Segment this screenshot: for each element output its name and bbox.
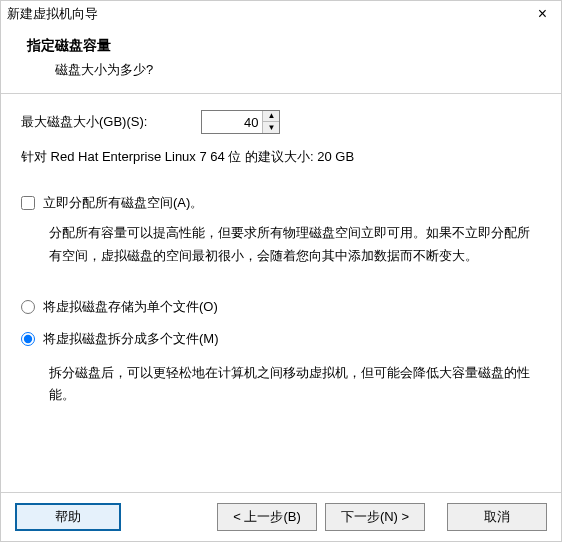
separator [1,93,561,94]
disk-size-label: 最大磁盘大小(GB)(S): [21,113,147,131]
next-button[interactable]: 下一步(N) > [325,503,425,531]
page-subtitle: 磁盘大小为多少? [27,61,535,79]
store-single-label: 将虚拟磁盘存储为单个文件(O) [43,298,218,316]
allocate-now-label: 立即分配所有磁盘空间(A)。 [43,194,203,212]
spinner-up-icon[interactable]: ▲ [263,111,279,122]
window-title: 新建虚拟机向导 [7,5,98,23]
disk-size-input[interactable] [202,111,262,133]
back-button[interactable]: < 上一步(B) [217,503,317,531]
recommended-size-text: 针对 Red Hat Enterprise Linux 7 64 位 的建议大小… [21,148,541,166]
allocate-now-checkbox[interactable] [21,196,35,210]
allocate-description: 分配所有容量可以提高性能，但要求所有物理磁盘空间立即可用。如果不立即分配所有空间… [21,222,541,268]
store-split-radio[interactable] [21,332,35,346]
close-icon[interactable]: × [532,5,553,23]
cancel-button[interactable]: 取消 [447,503,547,531]
spinner-down-icon[interactable]: ▼ [263,122,279,133]
page-title: 指定磁盘容量 [27,37,535,55]
footer-bar: 帮助 < 上一步(B) 下一步(N) > 取消 [1,492,561,541]
help-button[interactable]: 帮助 [15,503,121,531]
disk-size-spinner[interactable]: ▲ ▼ [201,110,280,134]
store-split-label: 将虚拟磁盘拆分成多个文件(M) [43,330,219,348]
store-split-description: 拆分磁盘后，可以更轻松地在计算机之间移动虚拟机，但可能会降低大容量磁盘的性能。 [21,362,541,408]
store-single-radio[interactable] [21,300,35,314]
